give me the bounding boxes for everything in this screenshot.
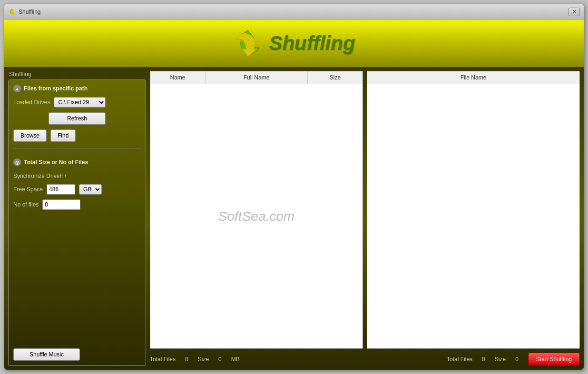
shuffle-music-container: Shuffle Music xyxy=(13,344,141,361)
main-table-header: Name Full Name Size xyxy=(150,71,363,84)
right-table-header: File Name xyxy=(367,71,579,84)
close-button[interactable]: ✕ xyxy=(568,8,580,16)
section1-label: Files from specific path xyxy=(24,85,88,92)
section2-label: Total Size or No of Files xyxy=(24,159,88,166)
free-space-row: Free Space GB MB xyxy=(13,184,141,195)
app-icon xyxy=(8,8,16,16)
no-of-files-row: No of files xyxy=(13,199,141,210)
section1-header: ▲ Files from specific path xyxy=(13,85,141,92)
main-table: Name Full Name Size SoftSea.com xyxy=(150,71,363,349)
header-title: Shuffling xyxy=(269,32,355,55)
free-space-unit-select[interactable]: GB MB xyxy=(79,184,102,195)
main-size-value: 0 xyxy=(218,356,222,363)
title-bar: Shuffling ✕ xyxy=(4,4,584,20)
col-file-name: File Name xyxy=(367,71,579,84)
main-table-status: Total Files 0 Size 0 MB xyxy=(150,356,240,363)
header-banner: Shuffling xyxy=(4,20,584,67)
loaded-drives-row: Loaded Drives C:\ Fixed 29 D:\ Fixed E:\… xyxy=(13,97,141,108)
right-size-value: 0 xyxy=(515,356,519,363)
main-size-label: Size xyxy=(198,356,209,363)
watermark-text: SoftSea.com xyxy=(218,209,294,224)
window-title: Shuffling xyxy=(19,9,40,15)
no-of-files-label: No of files xyxy=(13,201,39,208)
main-total-files-label: Total Files xyxy=(150,356,176,363)
col-name: Name xyxy=(150,71,206,84)
browse-find-row: Browse Find xyxy=(13,129,141,142)
right-total-files-label: Total Files xyxy=(447,356,472,363)
right-size-label: Size xyxy=(495,356,506,363)
sidebar-group-label: Shuffling xyxy=(8,71,146,78)
title-bar-left: Shuffling xyxy=(8,8,40,16)
col-full-name: Full Name xyxy=(206,71,308,84)
sidebar-panel: ▲ Files from specific path Loaded Drives… xyxy=(8,79,146,366)
right-total-files-value: 0 xyxy=(482,356,485,363)
shuffle-music-button[interactable]: Shuffle Music xyxy=(13,348,80,361)
right-table-status: Total Files 0 Size 0 Start Shuffling xyxy=(447,353,580,366)
start-shuffling-button[interactable]: Start Shuffling xyxy=(528,353,580,366)
right-table: File Name xyxy=(367,71,580,349)
tables-row: Name Full Name Size SoftSea.com File Nam… xyxy=(150,71,580,349)
refresh-row: Refresh xyxy=(13,112,141,125)
main-size-unit: MB xyxy=(231,356,240,363)
main-table-body: SoftSea.com xyxy=(150,84,363,348)
section-divider xyxy=(13,148,141,149)
free-space-label: Free Space xyxy=(13,186,43,193)
browse-button[interactable]: Browse xyxy=(13,129,47,142)
refresh-button[interactable]: Refresh xyxy=(49,112,106,125)
title-bar-controls: ✕ xyxy=(568,8,580,16)
main-window: Shuffling ✕ Shuffling Shuffling ▲ Files … xyxy=(4,4,584,370)
section2-icon: ◎ xyxy=(13,158,21,166)
content-area: Name Full Name Size SoftSea.com File Nam… xyxy=(150,71,580,366)
sidebar: Shuffling ▲ Files from specific path Loa… xyxy=(8,71,146,366)
right-table-body xyxy=(367,84,579,348)
header-logo-icon xyxy=(233,28,263,59)
section1-icon: ▲ xyxy=(13,85,21,92)
find-button[interactable]: Find xyxy=(50,129,76,142)
bottom-bar: Total Files 0 Size 0 MB Total Files 0 Si… xyxy=(150,353,580,366)
col-size: Size xyxy=(308,71,363,84)
main-total-files-value: 0 xyxy=(185,356,188,363)
loaded-drives-label: Loaded Drives xyxy=(13,99,50,106)
main-content: Shuffling ▲ Files from specific path Loa… xyxy=(4,67,584,370)
no-of-files-input[interactable] xyxy=(42,199,80,210)
section2-header: ◎ Total Size or No of Files xyxy=(13,158,141,166)
loaded-drives-select[interactable]: C:\ Fixed 29 D:\ Fixed E:\ Removable xyxy=(54,97,106,108)
sync-drive-text: Synchronize DriveF:\ xyxy=(13,173,141,179)
free-space-input[interactable] xyxy=(47,184,75,195)
